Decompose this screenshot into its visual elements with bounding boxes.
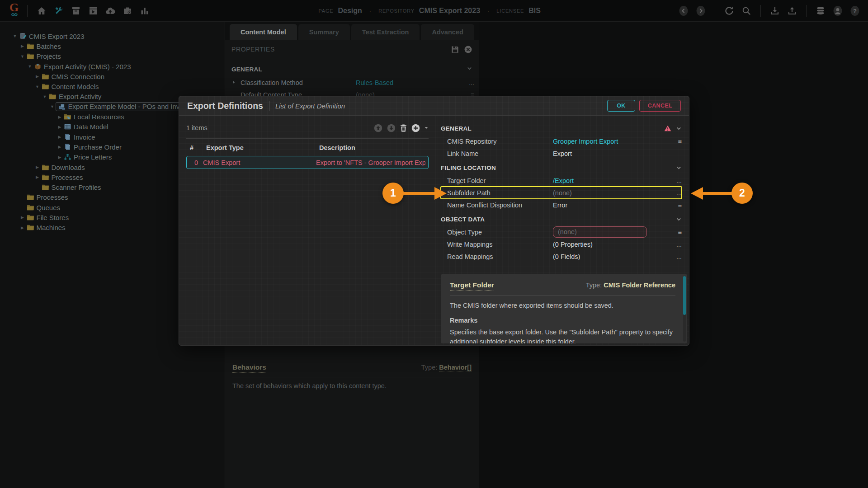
property-row-target-folder[interactable]: Target Folder/Export... [441,174,682,187]
move-down-icon[interactable] [387,123,396,133]
scrollbar-thumb[interactable] [683,276,686,315]
column-header-export-type: Export Type [206,144,319,151]
tab-summary[interactable]: Summary [298,24,350,40]
section-header-filing-location[interactable]: FILING LOCATION [441,161,682,174]
section-header-general[interactable]: GENERAL [441,122,682,135]
dropdown-menu-icon[interactable]: ≡ [670,229,682,236]
add-icon[interactable] [411,123,420,133]
collapse-arrow-icon[interactable]: ▼ [12,34,18,38]
ellipsis-button[interactable]: ... [459,79,474,86]
help-remarks-body: Specifies the base export folder. Use th… [450,328,675,343]
home-icon[interactable] [35,4,48,18]
expand-arrow-icon[interactable]: ▶ [19,225,26,230]
add-caret-icon[interactable] [424,126,429,130]
expand-arrow-icon[interactable]: ▶ [19,44,26,48]
expand-arrow-icon[interactable]: ▶ [57,135,63,139]
help-type-link[interactable]: CMIS Folder Reference [604,282,675,289]
save-icon[interactable] [451,45,459,54]
expand-arrow-icon[interactable]: ▶ [19,215,26,220]
expand-arrow-icon[interactable]: ▶ [57,115,63,119]
tree-item-label: CMIS Connection [52,73,105,80]
tree-item-cmis-connection[interactable]: ▶CMIS Connection [0,71,225,81]
expand-arrow-icon[interactable]: ▶ [34,165,41,169]
tree-item-label: Data Model [74,123,108,131]
download-icon[interactable] [768,4,782,18]
help-icon[interactable]: ? [848,4,862,18]
collapse-arrow-icon[interactable]: ▼ [42,94,48,99]
tree-item-projects[interactable]: ▼Projects [0,52,225,61]
chevron-down-icon[interactable] [676,126,682,131]
expand-property-icon[interactable] [231,80,241,85]
dropdown-menu-icon[interactable]: ≡ [670,202,682,209]
section-header-object-data[interactable]: OBJECT DATA [441,212,682,226]
tree-item-export-activity-cmis-2023[interactable]: ▼Export Activity (CMIS) - 2023 [0,61,225,71]
expand-arrow-icon[interactable]: ▶ [57,145,63,149]
property-row-cmis-repository[interactable]: CMIS RepositoryGrooper Import Export≡ [441,135,682,147]
batch-process-icon[interactable] [86,4,100,18]
close-circle-icon[interactable] [464,45,472,54]
repository-icon[interactable] [814,4,827,18]
stats-icon[interactable] [138,4,151,18]
property-row-name-conflict-disposition[interactable]: Name Conflict DispositionError≡ [441,199,682,211]
collapse-arrow-icon[interactable]: ▼ [34,84,41,89]
property-row-link-name[interactable]: Link NameExport [441,147,682,160]
property-value[interactable]: /Export [553,177,670,184]
annotation-step-1: 1 [382,183,404,204]
tab-advanced[interactable]: Advanced [421,24,474,40]
ellipsis-button[interactable]: ... [670,241,682,248]
upload-icon[interactable] [785,4,799,18]
property-row-write-mappings[interactable]: Write Mappings(0 Properties)... [441,238,682,250]
expand-arrow-icon[interactable]: ▶ [34,175,41,179]
search-icon[interactable] [740,4,753,18]
property-row-subfolder-path[interactable]: Subfolder Path(none)... [441,187,682,199]
chevron-down-icon[interactable] [467,65,472,73]
annotation-arrow-1-shaft [402,192,436,195]
ellipsis-button[interactable]: ... [670,253,682,260]
tab-test-extraction[interactable]: Test Extraction [351,24,420,40]
collapse-arrow-icon[interactable]: ▼ [27,64,33,69]
property-row-read-mappings[interactable]: Read Mappings(0 Fields)... [441,250,682,263]
cancel-button[interactable]: CANCEL [639,100,681,112]
property-value: Export [553,150,670,157]
property-value[interactable]: Rules-Based [356,79,459,86]
expand-arrow-icon[interactable]: ▶ [57,125,63,129]
chevron-down-icon[interactable] [676,216,682,222]
delete-icon[interactable] [400,124,407,132]
ellipsis-button[interactable]: ... [670,177,682,184]
dialog-subtitle: List of Export Definition [275,102,345,110]
expand-arrow-icon[interactable]: ▶ [57,155,63,160]
tab-content-model[interactable]: Content Model [230,24,297,40]
tree-item-batches[interactable]: ▶Batches [0,41,225,51]
refresh-icon[interactable] [722,4,736,18]
expand-arrow-icon[interactable]: ▶ [34,74,41,79]
export-definition-row[interactable]: 0CMIS ExportExport to 'NFTS - Grooper Im… [186,156,429,169]
dropdown-menu-icon[interactable]: ≡ [670,138,682,145]
property-row-classification-method[interactable]: Classification MethodRules-Based... [225,76,479,89]
bg-section-general[interactable]: GENERAL [225,59,479,76]
move-up-icon[interactable] [373,123,383,133]
collapse-arrow-icon[interactable]: ▼ [49,104,56,109]
ellipsis-button[interactable]: ... [670,189,682,197]
chevron-down-icon[interactable] [676,165,682,171]
behaviors-type-link[interactable]: Behavior[] [439,364,472,371]
design-tools-icon[interactable] [52,4,66,18]
collapse-arrow-icon[interactable]: ▼ [19,54,26,59]
forward-icon[interactable] [694,4,708,18]
object-type-input[interactable]: (none) [553,226,647,238]
user-icon[interactable] [831,4,844,18]
toolbar-divider [715,5,715,17]
property-label: Target Folder [447,177,553,184]
ok-button[interactable]: OK [607,100,635,112]
property-value[interactable]: Grooper Import Export [553,138,670,145]
table-icon [64,123,72,131]
tree-item-content-models[interactable]: ▼Content Models [0,81,225,91]
tree-item-cmis-export-2023[interactable]: ▼CMIS Export 2023 [0,31,225,41]
folder-icon [27,53,35,60]
property-row-object-type[interactable]: Object Type(none)≡ [441,226,682,238]
jobs-icon[interactable] [121,4,134,18]
back-icon[interactable] [677,4,690,18]
folder-icon [27,214,35,221]
folder-icon [27,204,35,211]
batches-icon[interactable] [69,4,83,18]
cloud-import-icon[interactable] [104,4,117,18]
